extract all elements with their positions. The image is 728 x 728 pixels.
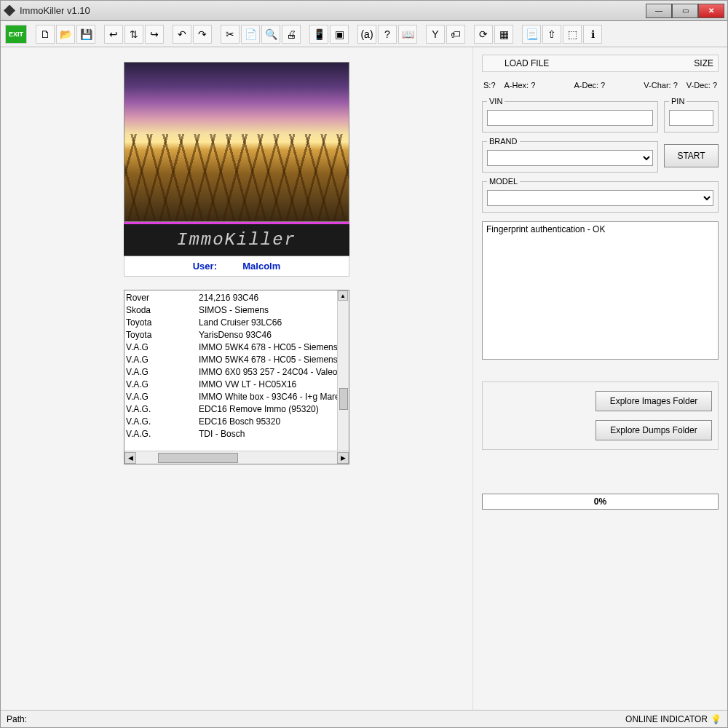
info-ahex: A-Hex: ?	[505, 81, 536, 90]
doc-icon[interactable]: 📃	[522, 25, 541, 44]
redo-icon[interactable]: ↷	[193, 25, 212, 44]
import-icon[interactable]: ↩	[104, 25, 123, 44]
pin-label: PIN	[669, 97, 687, 106]
list-item[interactable]: V.A.G.EDC16 Remove Immo (95320)	[126, 403, 347, 416]
undo-icon[interactable]: ↶	[173, 25, 191, 44]
select-icon[interactable]: ⬚	[563, 25, 582, 44]
list-item[interactable]: V.A.G.EDC16 Bosch 95320	[126, 416, 347, 428]
refresh-icon[interactable]: ⟳	[474, 25, 493, 44]
vin-label: VIN	[487, 97, 505, 106]
find-icon[interactable]: 🔍	[261, 25, 280, 44]
model-label: MODEL	[487, 177, 520, 186]
device-icon[interactable]: ▣	[330, 25, 349, 44]
copy-icon[interactable]: 📄	[241, 25, 260, 44]
list-item-brand: V.A.G	[126, 341, 199, 354]
bulb-icon: 💡	[711, 714, 721, 724]
explore-dumps-button[interactable]: Explore Dumps Folder	[596, 420, 712, 440]
save-icon[interactable]: 💾	[76, 25, 95, 44]
list-item[interactable]: V.A.GIMMO 6X0 953 257 - 24C04 - Valeo	[126, 366, 347, 379]
brand-label: BRAND	[487, 137, 520, 146]
log-line: Fingerprint authentication - OK	[486, 224, 605, 234]
left-panel: ImmoKiller User: Malcolm Rover214,216 93…	[1, 47, 472, 710]
list-item[interactable]: ToyotaLand Cruiser 93LC66	[126, 317, 347, 329]
user-line: User: Malcolm	[124, 256, 349, 277]
info-adec: A-Dec: ?	[574, 81, 605, 90]
open-file-icon[interactable]: 📂	[56, 25, 75, 44]
help-icon[interactable]: ?	[378, 25, 397, 44]
list-item-desc: Land Cruiser 93LC66	[199, 317, 347, 329]
model-select[interactable]	[487, 190, 713, 206]
vehicle-list[interactable]: Rover214,216 93C46SkodaSIMOS - SiemensTo…	[124, 290, 349, 464]
size-label: SIZE	[694, 58, 713, 68]
user-name: Malcolm	[242, 261, 280, 272]
main-toolbar: EXIT 🗋 📂 💾 ↩ ⇅ ↪ ↶ ↷ ✂ 📄 🔍 🖨 📱 ▣ (a) ? 📖…	[1, 21, 727, 47]
export-icon[interactable]: ↪	[145, 25, 164, 44]
chip-icon[interactable]: ▦	[494, 25, 513, 44]
list-item[interactable]: V.A.GIMMO 5WK4 678 - HC05 - Siemens	[126, 354, 347, 366]
info-vdec: V-Dec: ?	[687, 81, 717, 90]
list-item[interactable]: V.A.G.TDI - Bosch	[126, 428, 347, 440]
vin-input[interactable]	[487, 110, 653, 126]
file-header: LOAD FILE SIZE	[482, 55, 719, 72]
list-item-brand: Toyota	[126, 329, 199, 341]
list-item[interactable]: Rover214,216 93C46	[126, 292, 347, 304]
list-item-brand: Rover	[126, 292, 199, 304]
list-item-desc: IMMO White box - 93C46 - I+g Marelli	[199, 391, 347, 403]
scroll-thumb[interactable]	[339, 388, 348, 410]
explore-images-button[interactable]: Explore Images Folder	[596, 391, 712, 411]
list-item-brand: V.A.G	[126, 379, 199, 391]
list-vertical-scrollbar[interactable]: ▲	[337, 290, 349, 451]
list-item[interactable]: V.A.GIMMO White box - 93C46 - I+g Marell…	[126, 391, 347, 403]
print-icon[interactable]: 🖨	[282, 25, 301, 44]
list-item[interactable]: V.A.GIMMO 5WK4 678 - HC05 - Siemens	[126, 341, 347, 354]
book-icon[interactable]: 📖	[398, 25, 417, 44]
sort-icon[interactable]: ⇅	[124, 25, 143, 44]
pin-input[interactable]	[669, 110, 713, 126]
right-panel: LOAD FILE SIZE S:? A-Hex: ? A-Dec: ? V-C…	[472, 47, 727, 710]
start-button[interactable]: START	[664, 144, 719, 167]
exit-button[interactable]: EXIT	[5, 25, 27, 44]
list-item-brand: V.A.G	[126, 366, 199, 379]
list-item-brand: V.A.G.	[126, 403, 199, 416]
calculator-icon[interactable]: 📱	[309, 25, 328, 44]
tag-icon[interactable]: 🏷	[446, 25, 465, 44]
brand-select[interactable]	[487, 150, 653, 166]
cut-icon[interactable]: ✂	[221, 25, 240, 44]
list-item-desc: TDI - Bosch	[199, 428, 347, 440]
list-horizontal-scrollbar[interactable]: ◀ ▶	[124, 451, 349, 464]
list-item-desc: IMMO VW LT - HC05X16	[199, 379, 347, 391]
list-item-brand: Toyota	[126, 317, 199, 329]
path-label: Path:	[7, 714, 625, 724]
minimize-button[interactable]: —	[646, 4, 672, 18]
info-icon[interactable]: ℹ	[583, 25, 602, 44]
tool-y-icon[interactable]: Y	[426, 25, 445, 44]
info-vchar: V-Char: ?	[644, 81, 677, 90]
pin-group: PIN	[664, 97, 719, 132]
online-indicator: ONLINE INDICATOR 💡	[625, 714, 721, 724]
scroll-thumb[interactable]	[158, 453, 238, 463]
list-item[interactable]: ToyotaYarisDenso 93C46	[126, 329, 347, 341]
list-item-desc: IMMO 5WK4 678 - HC05 - Siemens	[199, 341, 347, 354]
list-item[interactable]: V.A.GIMMO VW LT - HC05X16	[126, 379, 347, 391]
progress-value: 0%	[594, 496, 606, 507]
maximize-button[interactable]: ▭	[672, 4, 698, 18]
scroll-left-icon[interactable]: ◀	[124, 452, 136, 464]
list-item-desc: 214,216 93C46	[199, 292, 347, 304]
list-item-brand: V.A.G	[126, 354, 199, 366]
new-file-icon[interactable]: 🗋	[36, 25, 55, 44]
text-icon[interactable]: (a)	[357, 25, 376, 44]
scroll-right-icon[interactable]: ▶	[337, 452, 349, 464]
brand-group: BRAND	[482, 137, 658, 173]
close-button[interactable]: ✕	[698, 4, 724, 18]
list-item-brand: V.A.G.	[126, 428, 199, 440]
up-icon[interactable]: ⇧	[542, 25, 561, 44]
model-group: MODEL	[482, 177, 719, 213]
list-item-brand: V.A.G	[126, 391, 199, 403]
scroll-up-icon[interactable]: ▲	[338, 290, 348, 301]
log-output[interactable]: Fingerprint authentication - OK	[482, 221, 719, 360]
info-s: S:?	[483, 81, 496, 90]
progress-bar: 0%	[482, 494, 719, 510]
list-item-desc: IMMO 6X0 953 257 - 24C04 - Valeo	[199, 366, 347, 379]
vin-group: VIN	[482, 97, 658, 132]
list-item[interactable]: SkodaSIMOS - Siemens	[126, 304, 347, 317]
